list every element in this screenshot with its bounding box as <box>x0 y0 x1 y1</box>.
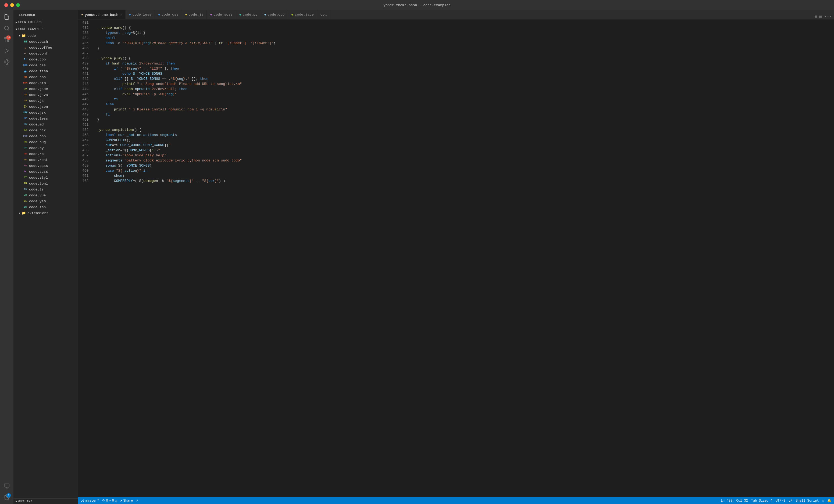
cursor-position[interactable]: Ln 488, Col 32 <box>721 499 748 503</box>
file-code-rest[interactable]: RS code.rest <box>14 157 78 163</box>
code-line-460: case "${_action}" in <box>97 168 834 173</box>
tab-code-css[interactable]: ◆ code.css <box>155 10 182 19</box>
file-code-pug[interactable]: PG code.pug <box>14 139 78 145</box>
file-code-sass[interactable]: SA code.sass <box>14 163 78 169</box>
file-code-php[interactable]: PHP code.php <box>14 133 78 139</box>
activity-icon-run[interactable] <box>2 46 11 55</box>
minimize-button[interactable] <box>10 3 14 7</box>
tab-icon-py: ◆ <box>239 13 241 17</box>
file-code-js[interactable]: JS code.js <box>14 98 78 104</box>
sidebar-header: EXPLORER <box>14 10 78 19</box>
file-code-scss[interactable]: SC code.scss <box>14 169 78 175</box>
activity-icon-files[interactable] <box>2 13 11 22</box>
svg-point-3 <box>5 37 6 39</box>
file-icon-cpp: C+ <box>23 57 27 62</box>
file-icon-zsh: ZS <box>23 205 27 209</box>
file-code-md[interactable]: MD code.md <box>14 121 78 127</box>
file-code-json[interactable]: {} code.json <box>14 104 78 110</box>
file-code-py[interactable]: PY code.py <box>14 145 78 151</box>
file-code-zsh[interactable]: ZS code.zsh <box>14 204 78 210</box>
bell-button[interactable]: 🔔 <box>827 499 831 503</box>
tab-code-jade[interactable]: ◆ code.jade <box>288 10 317 19</box>
open-editors-chevron: ▶ <box>16 21 17 24</box>
activity-icon-remote[interactable] <box>2 481 11 490</box>
file-code-jade[interactable]: JD code.jade <box>14 86 78 92</box>
bell-icon: 🔔 <box>827 499 831 503</box>
tab-yonce-bash[interactable]: ● yonce.theme.bash × <box>78 10 126 19</box>
status-left: ⎇ master* ⟳ 0 ⊗ 0 △ ↗ Share ⚡ <box>81 499 138 503</box>
share-button[interactable]: ↗ Share <box>120 499 133 503</box>
code-line-446: fi <box>97 97 834 102</box>
activity-icon-source-control[interactable]: 30 <box>2 35 11 44</box>
sidebar: EXPLORER ▶ OPEN EDITORS ▼ CODE-EXAMPLES … <box>14 10 78 504</box>
file-code-jsx[interactable]: JSX code.jsx <box>14 110 78 116</box>
smiley-button[interactable]: ☺ <box>822 499 824 503</box>
maximize-button[interactable] <box>16 3 20 7</box>
tab-icon-scss: ◆ <box>210 13 212 17</box>
file-label: code.njk <box>29 129 46 133</box>
language-mode[interactable]: Shell Script <box>795 499 819 503</box>
file-code-rb[interactable]: RB code.rb <box>14 151 78 157</box>
split-editor-icon[interactable]: ⊞ <box>815 14 817 19</box>
file-code-styl[interactable]: ST code.styl <box>14 175 78 181</box>
code-line-436: } <box>97 46 834 51</box>
tab-close-yonce-bash[interactable]: × <box>120 13 122 17</box>
code-folder[interactable]: ▼ 📁 code <box>14 33 78 39</box>
code-line-432: __yonce_name() { <box>97 25 834 30</box>
activity-icon-search[interactable] <box>2 24 11 33</box>
tab-icon-jade: ◆ <box>291 13 293 17</box>
file-code-njk[interactable]: NJ code.njk <box>14 127 78 133</box>
file-label: code.js <box>29 99 44 103</box>
tab-code-cpp[interactable]: ◆ code.cpp <box>261 10 288 19</box>
file-icon-ts: TS <box>23 187 27 191</box>
tab-label: code.css <box>161 13 178 17</box>
activity-bar: 30 1 <box>0 10 14 504</box>
more-actions-icon[interactable]: ··· <box>824 14 832 19</box>
editor-area: ● yonce.theme.bash × ◆ code.less ◆ code.… <box>78 10 834 504</box>
file-label: code.hbs <box>29 75 46 79</box>
file-icon-rest: RS <box>23 158 27 162</box>
file-code-hbs[interactable]: HB code.hbs <box>14 74 78 80</box>
tab-size[interactable]: Tab Size: 4 <box>751 499 772 503</box>
close-button[interactable] <box>4 3 8 7</box>
code-editor[interactable]: __yonce_name() { typeset _seg=${1:-} shi… <box>93 20 834 497</box>
language-text: Shell Script <box>795 499 819 503</box>
activity-icon-extensions[interactable] <box>2 58 11 67</box>
code-line-450: } <box>97 117 834 122</box>
file-code-bash[interactable]: SH code.bash <box>14 39 78 45</box>
file-icon-yaml: YL <box>23 199 27 203</box>
encoding[interactable]: UTF-8 <box>776 499 785 503</box>
tab-code-py[interactable]: ◆ code.py <box>236 10 261 19</box>
file-code-yaml[interactable]: YL code.yaml <box>14 198 78 204</box>
layout-icon[interactable]: ▤ <box>819 14 822 19</box>
file-code-less[interactable]: LE code.less <box>14 116 78 121</box>
file-icon-less: LE <box>23 116 27 121</box>
tab-code-more[interactable]: co… <box>317 10 330 19</box>
code-line-444: elif hash npmusic 2>/dev/null; then <box>97 87 834 92</box>
open-editors-header[interactable]: ▶ OPEN EDITORS <box>14 19 78 25</box>
file-icon-json: {} <box>23 105 27 109</box>
activity-icon-settings[interactable]: 1 <box>2 493 11 502</box>
sync-button[interactable]: ⟳ 0 ⊗ 0 △ <box>102 499 117 503</box>
line-ending[interactable]: LF <box>789 499 792 503</box>
extensions-folder[interactable]: ▶ 📁 extensions <box>14 210 78 216</box>
tab-code-scss[interactable]: ◆ code.scss <box>207 10 236 19</box>
outline-section[interactable]: ▶ OUTLINE <box>14 498 78 504</box>
file-code-coffee[interactable]: ☕ code.coffee <box>14 45 78 50</box>
sync-icon: ⟳ <box>102 499 105 503</box>
tab-code-less[interactable]: ◆ code.less <box>126 10 155 19</box>
file-code-css[interactable]: CSS code.css <box>14 62 78 68</box>
file-code-fish[interactable]: 🐟 code.fish <box>14 68 78 74</box>
tab-code-js[interactable]: ◆ code.js <box>182 10 207 19</box>
code-examples-header[interactable]: ▼ CODE-EXAMPLES <box>14 26 78 32</box>
file-code-vue[interactable]: VU code.vue <box>14 192 78 198</box>
file-code-java[interactable]: JV code.java <box>14 92 78 98</box>
lightning-button[interactable]: ⚡ <box>136 499 138 503</box>
git-branch[interactable]: ⎇ master* <box>81 499 99 503</box>
file-code-conf[interactable]: ⚙ code.conf <box>14 50 78 56</box>
file-icon-java: JV <box>23 93 27 97</box>
file-code-html[interactable]: HTM code.html <box>14 80 78 86</box>
file-code-cpp[interactable]: C+ code.cpp <box>14 56 78 62</box>
file-code-ts[interactable]: TS code.ts <box>14 186 78 192</box>
file-code-toml[interactable]: TM code.toml <box>14 181 78 186</box>
